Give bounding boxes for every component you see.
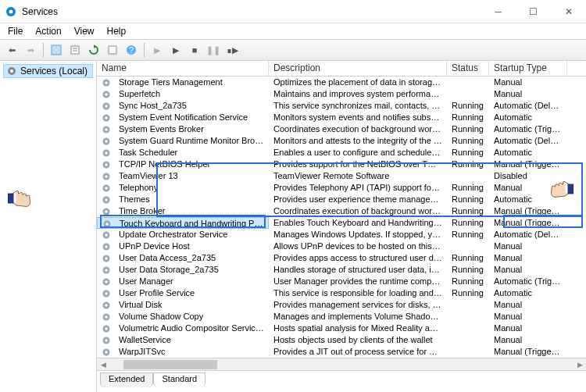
help-button[interactable]: ? (123, 41, 140, 59)
service-type-cell: Manual (489, 323, 567, 334)
service-list[interactable]: Storage Tiers ManagementOptimizes the pl… (97, 77, 586, 358)
table-row[interactable]: Volumetric Audio Compositor ServiceHosts… (97, 323, 586, 334)
service-name-cell: Telephony (97, 182, 269, 194)
service-status-cell (447, 334, 489, 346)
horizontal-scrollbar[interactable]: ◀ ▶ (97, 358, 586, 370)
service-status-cell (447, 170, 489, 182)
refresh-button[interactable] (85, 41, 102, 59)
table-row[interactable]: UPnP Device HostAllows UPnP devices to b… (97, 241, 586, 252)
table-row[interactable]: Task SchedulerEnables a user to configur… (97, 147, 586, 159)
stop-service-button[interactable]: ■ (186, 41, 203, 59)
service-status-cell: Running (447, 205, 489, 217)
service-desc-cell: Coordinates execution of background work… (269, 205, 447, 217)
gear-icon (6, 66, 17, 77)
table-row[interactable]: Volume Shadow CopyManages and implements… (97, 311, 586, 323)
svg-point-35 (105, 210, 108, 213)
close-button[interactable]: ✕ (551, 0, 586, 23)
table-row[interactable]: System Guard Runtime Monitor BrokerMonit… (97, 135, 586, 147)
column-name[interactable]: Name (97, 61, 269, 76)
table-row[interactable]: Storage Tiers ManagementOptimizes the pl… (97, 77, 586, 88)
table-row[interactable]: User Data Storage_2a735Handles storage o… (97, 264, 586, 276)
service-name-cell: WalletService (97, 334, 269, 346)
service-name-cell: System Event Notification Service (97, 112, 269, 123)
column-startup-type[interactable]: Startup Type (489, 61, 567, 76)
service-status-cell: Running (447, 264, 489, 276)
service-type-cell: Disabled (489, 170, 567, 182)
svg-point-53 (105, 315, 108, 319)
service-status-cell: Running (447, 252, 489, 264)
service-type-cell: Automatic (Delayed Start) (489, 100, 567, 112)
gear-icon (102, 324, 111, 333)
minimize-button[interactable]: ─ (481, 0, 516, 23)
table-row[interactable]: Sync Host_2a735This service synchronizes… (97, 100, 586, 112)
table-row[interactable]: Time BrokerCoordinates execution of back… (97, 205, 586, 217)
maximize-button[interactable]: ☐ (516, 0, 551, 23)
service-type-cell: Automatic (Trigger Start) (489, 123, 567, 135)
service-type-cell: Manual (Trigger Start) (489, 205, 567, 217)
table-row[interactable]: System Event Notification ServiceMonitor… (97, 112, 586, 123)
service-status-cell (447, 88, 489, 100)
tab-extended[interactable]: Extended (100, 372, 153, 387)
service-type-cell: Automatic (Trigger Start) (489, 276, 567, 287)
table-row[interactable]: ThemesProvides user experience theme man… (97, 194, 586, 205)
column-description[interactable]: Description (269, 61, 447, 76)
service-type-cell: Manual (489, 299, 567, 311)
service-desc-cell: Manages and implements Volume Shadow Cop… (269, 311, 447, 323)
table-row[interactable]: Virtual DiskProvides management services… (97, 299, 586, 311)
bottom-tabs: Extended Standard (97, 370, 586, 387)
table-row[interactable]: User Data Access_2a735Provides apps acce… (97, 252, 586, 264)
svg-text:?: ? (129, 46, 134, 55)
table-row[interactable]: User ManagerUser Manager provides the ru… (97, 276, 586, 287)
scroll-thumb[interactable] (123, 360, 217, 369)
menu-view[interactable]: View (70, 24, 99, 38)
service-type-cell: Manual (489, 77, 567, 88)
properties-button[interactable] (66, 41, 84, 59)
service-name-cell: System Guard Runtime Monitor Broker (97, 135, 269, 147)
service-type-cell: Manual (489, 182, 567, 194)
table-row[interactable]: WarpJITSvcProvides a JIT out of process … (97, 346, 586, 358)
service-type-cell: Manual (489, 334, 567, 346)
forward-button[interactable]: ➡ (22, 41, 39, 59)
menu-action[interactable]: Action (30, 24, 66, 38)
service-status-cell (447, 311, 489, 323)
service-status-cell: Running (447, 147, 489, 159)
tree-root-services-local[interactable]: Services (Local) (3, 64, 93, 78)
restart-service-button[interactable]: ∎▶ (223, 41, 241, 59)
svg-point-21 (105, 128, 108, 131)
table-row[interactable]: WalletServiceHosts objects used by clien… (97, 334, 586, 346)
service-name-cell: Virtual Disk (97, 299, 269, 311)
svg-point-27 (105, 163, 108, 166)
back-button[interactable]: ⬅ (3, 41, 20, 59)
column-status[interactable]: Status (447, 61, 489, 76)
show-hide-tree-button[interactable] (48, 41, 65, 59)
table-row[interactable]: Touch Keyboard and Handwriting Panel Ser… (97, 217, 586, 229)
tab-standard[interactable]: Standard (153, 372, 205, 387)
table-row[interactable]: TeamViewer 13TeamViewer Remote SoftwareD… (97, 170, 586, 182)
gear-icon (102, 230, 111, 240)
table-row[interactable]: User Profile ServiceThis service is resp… (97, 287, 586, 299)
menu-file[interactable]: File (3, 24, 27, 38)
table-row[interactable]: System Events BrokerCoordinates executio… (97, 123, 586, 135)
scroll-left-arrow[interactable]: ◀ (97, 361, 109, 369)
table-row[interactable]: Update Orchestrator ServiceManages Windo… (97, 229, 586, 241)
export-button[interactable] (104, 41, 121, 59)
service-type-cell: Automatic (489, 287, 567, 299)
tree-pane: Services (Local) (0, 61, 97, 392)
table-row[interactable]: TCP/IP NetBIOS HelperProvides support fo… (97, 159, 586, 170)
svg-point-25 (105, 151, 108, 155)
start-service-button[interactable]: ▶ (148, 41, 166, 59)
table-row[interactable]: TelephonyProvides Telephony API (TAPI) s… (97, 182, 586, 194)
svg-point-13 (105, 81, 108, 84)
tree-root-label: Services (Local) (20, 66, 88, 77)
pause-service-button[interactable]: ❚❚ (205, 41, 222, 59)
service-type-cell: Manual (489, 311, 567, 323)
gear-icon (102, 148, 111, 158)
gear-icon (102, 125, 111, 134)
scroll-right-arrow[interactable]: ▶ (573, 361, 586, 369)
svg-point-57 (105, 339, 108, 342)
start-service-alt-button[interactable]: ▶ (167, 41, 184, 59)
table-row[interactable]: SuperfetchMaintains and improves system … (97, 88, 586, 100)
svg-point-33 (105, 198, 108, 201)
svg-rect-7 (109, 46, 116, 54)
menu-help[interactable]: Help (102, 24, 131, 38)
